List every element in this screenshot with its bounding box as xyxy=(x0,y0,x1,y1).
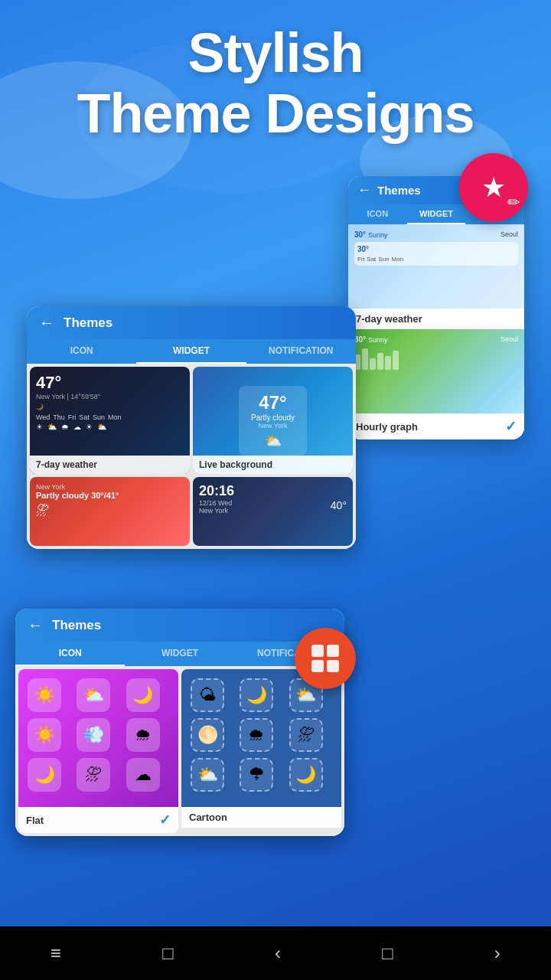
pink-widget-bg: New York Partly cloudy 30°/41° ⛈ xyxy=(30,477,190,546)
title-line2: Theme Designs xyxy=(0,83,551,144)
nav-recent-icon[interactable]: □ xyxy=(382,942,393,964)
widget-7day-label: 7-day weather xyxy=(348,309,524,329)
flat-icon-moon2: 🌙 xyxy=(28,758,61,792)
flat-icon-storm: ⛈ xyxy=(77,758,110,792)
widget-hourly-preview: 30° Sunny Seoul xyxy=(348,329,524,413)
fab-grid-icon xyxy=(308,642,342,675)
pencil-icon: ✏ xyxy=(507,193,520,211)
back-arrow-bot-icon[interactable]: ← xyxy=(28,616,43,634)
cartoon-icon-moon2: 🌙 xyxy=(289,758,323,792)
back-arrow-icon[interactable]: ← xyxy=(357,182,371,198)
widget-cell-live[interactable]: 47° Partly cloudy New York ⛅ Live backgr… xyxy=(193,367,353,474)
navigation-bar: ≡ □ ‹ □ › xyxy=(0,926,551,980)
tab-icon-back[interactable]: ICON xyxy=(348,204,407,224)
cartoon-theme-label-bar: Cartoon xyxy=(181,807,341,828)
cartoon-icon-sun: 🌕 xyxy=(191,718,224,752)
tab-notification-mid[interactable]: NOTIFICATION xyxy=(246,339,356,364)
fab-grid-button[interactable] xyxy=(295,628,356,689)
title-line1: Stylish xyxy=(0,23,551,83)
card-back-title: Themes xyxy=(377,184,421,197)
premium-badge[interactable]: ★ ✏ xyxy=(459,153,528,222)
flat-icon-moon: 🌙 xyxy=(126,678,160,712)
cartoon-icon-moon: 🌙 xyxy=(240,678,273,712)
flat-icon-cloud2: ☁ xyxy=(126,758,160,792)
checkmark-icon: ✓ xyxy=(505,418,517,435)
icon-theme-flat-cell[interactable]: ☀️ ⛅ 🌙 ☀️ 💨 🌧 🌙 ⛈ ☁ Flat ✓ xyxy=(18,669,178,833)
widget-live-cell-label: Live background xyxy=(193,456,353,474)
flat-checkmark: ✓ xyxy=(159,812,171,828)
widget-cell-dark[interactable]: 47° New York | 14°59'58" 🌙 Wed Thu Fri S… xyxy=(30,367,190,474)
icon-theme-cartoon-cell[interactable]: 🌤 🌙 ⛅ 🌕 🌧 ⛈ ⛅ 🌩 🌙 Cartoon xyxy=(181,669,341,833)
main-title: Stylish Theme Designs xyxy=(0,23,551,144)
card-mid-tabs: ICON WIDGET NOTIFICATION xyxy=(27,339,356,364)
widget-cell-pink[interactable]: New York Partly cloudy 30°/41° ⛈ xyxy=(30,477,190,546)
card-mid-header: ← Themes xyxy=(27,306,356,339)
cartoon-icon-thunder: 🌩 xyxy=(240,758,273,792)
tab-widget-bot[interactable]: WIDGET xyxy=(125,642,234,666)
widgets-grid: 47° New York | 14°59'58" 🌙 Wed Thu Fri S… xyxy=(27,364,356,549)
cartoon-theme-bg: 🌤 🌙 ⛅ 🌕 🌧 ⛈ ⛅ 🌩 🌙 xyxy=(181,669,341,807)
flat-theme-label-bar: Flat ✓ xyxy=(18,807,178,833)
cartoon-theme-label: Cartoon xyxy=(189,812,227,823)
cartoon-icon-grid: 🌤 🌙 ⛅ 🌕 🌧 ⛈ ⛅ 🌩 🌙 xyxy=(191,678,332,792)
nav-menu-icon[interactable]: ≡ xyxy=(51,942,61,964)
time-widget-bg: 20:16 12/16 Wed New York 40° xyxy=(193,477,353,546)
flat-theme-label: Flat xyxy=(26,815,44,826)
card-bot-title: Themes xyxy=(52,618,101,633)
card-mid-panel: ← Themes ICON WIDGET NOTIFICATION 47° Ne… xyxy=(27,306,356,549)
nav-back-icon[interactable]: ‹ xyxy=(275,942,281,964)
cartoon-icon-rain: 🌧 xyxy=(240,718,273,752)
flat-icon-cloud: ⛅ xyxy=(77,678,110,712)
back-arrow-mid-icon[interactable]: ← xyxy=(39,314,54,332)
tab-widget-back[interactable]: WIDGET xyxy=(407,204,466,224)
cartoon-icon-cloud2: ⛅ xyxy=(191,758,224,792)
star-icon: ★ xyxy=(481,172,506,204)
widget-hourly-label: Hourly graph ✓ xyxy=(348,413,524,439)
tab-icon-bot[interactable]: ICON xyxy=(15,642,125,666)
flat-theme-bg: ☀️ ⛅ 🌙 ☀️ 💨 🌧 🌙 ⛈ ☁ xyxy=(18,669,178,807)
flat-icon-wind: 💨 xyxy=(77,718,110,752)
flat-icon-grid: ☀️ ⛅ 🌙 ☀️ 💨 🌧 🌙 ⛈ ☁ xyxy=(28,678,169,792)
widget-7day-preview: 30° Sunny Seoul 30° Fri Sat Sun Mon xyxy=(348,224,524,309)
widget-cell-time[interactable]: 20:16 12/16 Wed New York 40° xyxy=(193,477,353,546)
nav-home-icon[interactable]: □ xyxy=(162,942,174,964)
cartoon-icon-cloud: 🌤 xyxy=(191,678,224,712)
card-bot-panel: ← Themes ICON WIDGET NOTIFICATION ☀️ ⛅ 🌙… xyxy=(15,609,344,836)
icon-themes-grid: ☀️ ⛅ 🌙 ☀️ 💨 🌧 🌙 ⛈ ☁ Flat ✓ � xyxy=(15,666,344,836)
flat-icon-rain: 🌧 xyxy=(126,718,160,752)
card-mid-title: Themes xyxy=(64,315,112,331)
card-bot-header: ← Themes xyxy=(15,609,344,642)
flat-icon-sun2: ☀️ xyxy=(28,718,61,752)
tab-icon-mid[interactable]: ICON xyxy=(27,339,136,364)
widget-7day-cell-label: 7-day weather xyxy=(30,456,190,474)
nav-forward-icon[interactable]: › xyxy=(494,942,500,964)
cartoon-icon-storm: ⛈ xyxy=(289,718,323,752)
tab-widget-mid[interactable]: WIDGET xyxy=(136,339,246,364)
flat-icon-sun: ☀️ xyxy=(28,678,61,712)
